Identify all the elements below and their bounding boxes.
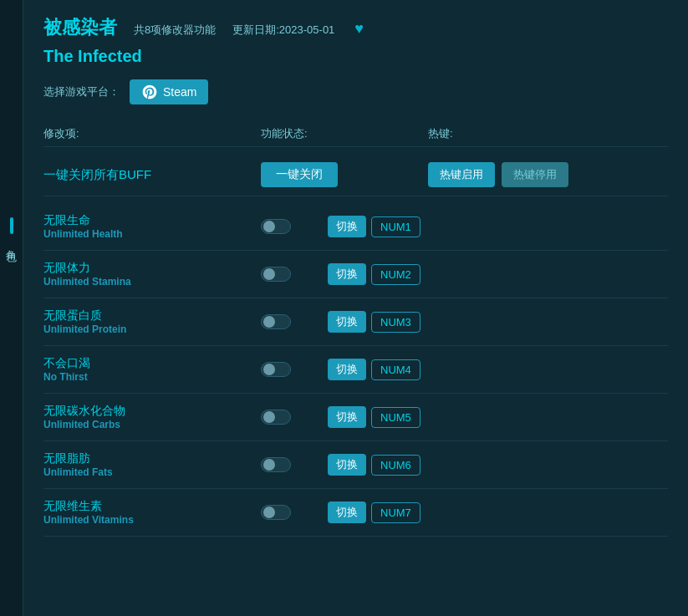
mod-name-cn: 不会口渴 bbox=[43, 356, 261, 371]
toggle-switch[interactable] bbox=[261, 267, 291, 282]
mod-name-cell: 无限碳水化合物 Unlimited Carbs bbox=[43, 404, 261, 430]
toggle-knob bbox=[263, 459, 275, 471]
key-label: NUM2 bbox=[371, 264, 420, 285]
header: 被感染者 共8项修改器功能 更新日期:2023-05-01 ♥ bbox=[43, 15, 668, 40]
app-container: 角色 被感染者 共8项修改器功能 更新日期:2023-05-01 ♥ The I… bbox=[0, 0, 688, 616]
mod-name-cn: 无限生命 bbox=[43, 213, 261, 228]
header-update-date: 更新日期:2023-05-01 bbox=[232, 23, 334, 38]
toggle-container[interactable] bbox=[261, 410, 328, 425]
col-status-header: 功能状态: bbox=[261, 126, 428, 141]
switch-button[interactable]: 切换 bbox=[328, 406, 366, 428]
hotkey-display: 切换 NUM1 bbox=[328, 216, 668, 237]
sidebar: 角色 bbox=[0, 0, 23, 616]
toggle-switch[interactable] bbox=[261, 410, 291, 425]
hotkey-display: 切换 NUM3 bbox=[328, 311, 668, 333]
platform-label: 选择游戏平台： bbox=[43, 84, 120, 99]
mod-name-en: Unlimited Health bbox=[43, 228, 261, 240]
toggle-switch[interactable] bbox=[261, 314, 291, 329]
sidebar-item-label: 角色 bbox=[4, 241, 19, 244]
hotkey-display: 切换 NUM2 bbox=[328, 263, 668, 285]
mod-name-en: Unlimited Vitamins bbox=[43, 514, 261, 526]
heart-icon[interactable]: ♥ bbox=[354, 20, 364, 38]
toggle-container[interactable] bbox=[261, 267, 328, 282]
switch-button[interactable]: 切换 bbox=[328, 216, 366, 237]
toggle-switch[interactable] bbox=[261, 457, 291, 472]
toggle-knob bbox=[263, 316, 275, 328]
hotkey-display: 切换 NUM6 bbox=[328, 454, 668, 476]
mod-name-cn: 无限维生素 bbox=[43, 499, 261, 514]
mod-row: 不会口渴 No Thirst 切换 NUM4 bbox=[43, 346, 668, 394]
mod-name-cell: 无限蛋白质 Unlimited Protein bbox=[43, 308, 261, 335]
table-header: 修改项: 功能状态: 热键: bbox=[43, 121, 668, 147]
mod-name-cell: 不会口渴 No Thirst bbox=[43, 356, 261, 383]
toggle-container[interactable] bbox=[261, 457, 328, 472]
steam-button[interactable]: Steam bbox=[130, 79, 208, 104]
onekey-label: 一键关闭所有BUFF bbox=[43, 167, 261, 183]
mod-row: 无限维生素 Unlimited Vitamins 切换 NUM7 bbox=[43, 489, 668, 537]
mod-row: 无限脂肪 Unlimited Fats 切换 NUM6 bbox=[43, 441, 668, 489]
main-content: 被感染者 共8项修改器功能 更新日期:2023-05-01 ♥ The Infe… bbox=[23, 0, 688, 616]
toggle-switch[interactable] bbox=[261, 362, 291, 377]
game-title-en: The Infected bbox=[43, 47, 668, 66]
switch-button[interactable]: 切换 bbox=[328, 263, 366, 285]
key-label: NUM1 bbox=[371, 216, 420, 237]
key-label: NUM7 bbox=[371, 502, 420, 523]
mod-name-en: Unlimited Fats bbox=[43, 466, 261, 478]
switch-button[interactable]: 切换 bbox=[328, 311, 366, 333]
toggle-knob bbox=[263, 364, 275, 375]
mod-rows-container: 无限生命 Unlimited Health 切换 NUM1 无限体力 Unlim… bbox=[43, 203, 668, 537]
mod-row: 无限生命 Unlimited Health 切换 NUM1 bbox=[43, 203, 668, 251]
switch-button[interactable]: 切换 bbox=[328, 359, 366, 380]
sidebar-label: 角色 bbox=[4, 241, 19, 244]
mod-row: 无限蛋白质 Unlimited Protein 切换 NUM3 bbox=[43, 298, 668, 346]
mod-name-cell: 无限生命 Unlimited Health bbox=[43, 213, 261, 240]
toggle-container[interactable] bbox=[261, 314, 328, 329]
key-label: NUM4 bbox=[371, 359, 420, 380]
toggle-knob bbox=[263, 221, 275, 232]
game-title-cn: 被感染者 bbox=[43, 15, 117, 40]
mod-name-en: Unlimited Stamina bbox=[43, 276, 261, 288]
hotkey-display: 切换 NUM7 bbox=[328, 501, 668, 523]
steam-logo-icon bbox=[141, 84, 158, 100]
mod-name-en: Unlimited Carbs bbox=[43, 419, 261, 430]
mod-name-en: Unlimited Protein bbox=[43, 323, 261, 335]
mod-name-cn: 无限体力 bbox=[43, 261, 261, 276]
hotkey-group: 热键启用 热键停用 bbox=[428, 162, 668, 187]
mod-name-cell: 无限脂肪 Unlimited Fats bbox=[43, 451, 261, 478]
col-mod-header: 修改项: bbox=[43, 126, 261, 141]
mod-name-cn: 无限脂肪 bbox=[43, 451, 261, 466]
toggle-switch[interactable] bbox=[261, 219, 291, 234]
mod-name-cell: 无限维生素 Unlimited Vitamins bbox=[43, 499, 261, 526]
key-label: NUM3 bbox=[371, 312, 420, 333]
header-meta-count: 共8项修改器功能 bbox=[134, 23, 216, 38]
toggle-knob bbox=[263, 268, 275, 280]
toggle-knob bbox=[263, 507, 275, 518]
hotkey-enable-button[interactable]: 热键启用 bbox=[428, 162, 495, 187]
key-label: NUM5 bbox=[371, 407, 420, 428]
onekey-btn-container: 一键关闭 bbox=[261, 162, 428, 187]
toggle-container[interactable] bbox=[261, 362, 328, 377]
mod-name-cn: 无限碳水化合物 bbox=[43, 404, 261, 419]
hotkey-disable-button[interactable]: 热键停用 bbox=[502, 162, 568, 187]
platform-row: 选择游戏平台： Steam bbox=[43, 79, 668, 104]
mod-row: 无限体力 Unlimited Stamina 切换 NUM2 bbox=[43, 251, 668, 298]
onekey-button[interactable]: 一键关闭 bbox=[261, 162, 338, 187]
toggle-container[interactable] bbox=[261, 505, 328, 520]
toggle-switch[interactable] bbox=[261, 505, 291, 520]
hotkey-display: 切换 NUM5 bbox=[328, 406, 668, 428]
sidebar-icon bbox=[10, 217, 13, 234]
col-hotkey-header: 热键: bbox=[428, 126, 668, 141]
hotkey-display: 切换 NUM4 bbox=[328, 359, 668, 380]
mod-name-cell: 无限体力 Unlimited Stamina bbox=[43, 261, 261, 288]
switch-button[interactable]: 切换 bbox=[328, 501, 366, 523]
onekey-row: 一键关闭所有BUFF 一键关闭 热键启用 热键停用 bbox=[43, 154, 668, 196]
mod-row: 无限碳水化合物 Unlimited Carbs 切换 NUM5 bbox=[43, 394, 668, 441]
steam-btn-label: Steam bbox=[163, 85, 196, 99]
mod-name-en: No Thirst bbox=[43, 371, 261, 383]
toggle-knob bbox=[263, 411, 275, 423]
toggle-container[interactable] bbox=[261, 219, 328, 234]
mod-name-cn: 无限蛋白质 bbox=[43, 308, 261, 323]
switch-button[interactable]: 切换 bbox=[328, 454, 366, 476]
key-label: NUM6 bbox=[371, 455, 420, 476]
